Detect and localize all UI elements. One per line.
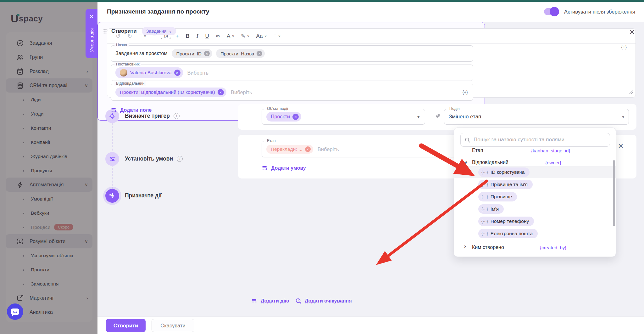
cancel-button[interactable]: Скасувати — [152, 319, 194, 332]
insert-variable-token[interactable]: {+} — [621, 44, 627, 49]
resize-handle[interactable] — [629, 90, 633, 95]
activate-toggle-label: Активувати після збереження — [564, 9, 635, 15]
chevron-down-icon: ∨ — [232, 34, 234, 38]
sidebar: Uspacy Завдання Групи Розклад› CRM та пр… — [0, 2, 97, 334]
chevron-right-icon: › — [464, 243, 466, 250]
dropdown-row-firstname[interactable]: {···}Ім'я — [454, 203, 616, 215]
variable-token-icon: {···} — [481, 219, 488, 224]
text-color-icon[interactable]: A — [227, 33, 230, 39]
dropdown-row-fullname[interactable]: {···}Прізвище та ім'я — [454, 179, 616, 190]
create-button[interactable]: Створити — [106, 319, 146, 332]
link-icon[interactable]: ∞ — [216, 33, 220, 39]
user-chip[interactable]: Valeriia Bashkirova× — [115, 67, 183, 78]
remove-chip-icon[interactable]: × — [204, 51, 210, 56]
author-placeholder: Виберіть — [187, 70, 209, 76]
underline-icon[interactable]: U — [205, 33, 209, 39]
stage-label: Етап — [265, 139, 277, 143]
stage-chip[interactable]: Переклади: ...× — [266, 145, 313, 154]
modal-footer: Створити Скасувати — [97, 316, 644, 334]
variable-token-icon: {···} — [481, 170, 488, 174]
event-label: Подія — [448, 106, 461, 111]
variable-chip[interactable]: Проєкти: Відповідальний (ID користувача)… — [115, 88, 226, 97]
trigger-card: Об'єкт події Проєкти× ▼ Подія Змінено ет… — [238, 104, 636, 130]
object-chip[interactable]: Проєкти× — [266, 112, 301, 122]
top-accent-bar — [0, 0, 644, 2]
variable-name: {created_by} — [540, 245, 566, 250]
action-type-chip[interactable]: Завдання∨ — [142, 27, 176, 35]
link-fields-icon — [435, 113, 441, 120]
dropdown-row-created-by[interactable]: ›Ким створено{created_by} — [454, 242, 616, 253]
event-object-field[interactable]: Об'єкт події Проєкти× ▼ — [262, 109, 425, 125]
variable-token-icon: {···} — [481, 195, 488, 199]
add-action-link[interactable]: Додати дію — [251, 298, 289, 304]
responsible-label: Відповідальний — [114, 81, 146, 86]
dropdown-row-phone[interactable]: {···}Номер телефону — [454, 216, 616, 227]
dropdown-arrow-icon[interactable]: ▾ — [622, 115, 624, 119]
event-object-label: Об'єкт події — [265, 106, 290, 111]
responsible-field[interactable]: Відповідальний Проєкти: Відповідальний (… — [111, 84, 473, 101]
remove-chip-icon[interactable]: × — [292, 114, 299, 120]
italic-icon[interactable]: I — [197, 33, 198, 39]
search-input[interactable] — [474, 137, 606, 143]
chat-widget-button[interactable] — [7, 303, 23, 320]
activate-toggle[interactable] — [544, 8, 558, 15]
highlight-color-icon[interactable]: ✎ — [241, 33, 245, 39]
conditions-step-icon — [105, 152, 119, 166]
info-icon[interactable]: i — [177, 156, 183, 162]
chevron-down-icon: ∨ — [264, 34, 267, 38]
modal-header: Призначення завдання по проєкту Активува… — [97, 2, 644, 22]
modal-dim-overlay — [0, 2, 97, 334]
task-name-label: Назва — [114, 43, 129, 47]
task-name-text: Завдання за проєктом — [115, 51, 167, 56]
remove-chip-icon[interactable]: × — [305, 146, 311, 152]
info-icon[interactable]: i — [174, 113, 180, 119]
variable-token-icon: {···} — [481, 231, 488, 236]
search-icon — [464, 137, 470, 143]
close-icon[interactable]: × — [86, 13, 97, 20]
variable-chip[interactable]: Проєкти: ID× — [172, 49, 212, 58]
remove-chip-icon[interactable]: × — [257, 51, 262, 56]
variable-token-icon: {···} — [481, 182, 488, 187]
add-wait-link[interactable]: Додати очікування — [295, 298, 352, 304]
actions-step-icon — [105, 189, 119, 203]
bold-icon[interactable]: B — [186, 33, 190, 39]
remove-chip-icon[interactable]: × — [174, 70, 180, 76]
drag-handle-icon[interactable] — [103, 28, 107, 34]
conditions-step-label: Установіть умовиi — [125, 156, 183, 162]
dropdown-row-user-id[interactable]: {···}ID користувача — [454, 167, 616, 178]
chevron-down-icon: ∨ — [464, 160, 468, 165]
page-title: Призначення завдання по проєкту — [107, 8, 209, 15]
remove-chip-icon[interactable]: × — [218, 89, 224, 95]
condition-tab-label: Умовна дія — [86, 25, 97, 56]
author-field[interactable]: Постановник Valeriia Bashkirova× Виберіт… — [111, 65, 473, 81]
chevron-down-icon: ∨ — [247, 34, 250, 38]
actions-step-label: Призначте дії — [125, 192, 162, 199]
insert-variable-token[interactable]: {+} — [462, 90, 468, 95]
chat-bubble-icon — [11, 309, 19, 315]
dropdown-row-lastname[interactable]: {···}Прізвище — [454, 191, 616, 202]
add-condition-link[interactable]: Додати умову — [262, 165, 306, 171]
task-name-field[interactable]: Назва Завдання за проєктом Проєкти: ID× … — [111, 45, 473, 62]
field-picker-dropdown: Етап{kanban_stage_id} ∨Відповідальний{ow… — [454, 127, 616, 257]
dropdown-scrollbar[interactable] — [613, 160, 615, 226]
variable-name: {kanban_stage_id} — [531, 148, 570, 153]
text-case-icon[interactable]: Aa — [256, 33, 263, 39]
variable-chip[interactable]: Проєкти: Назва× — [216, 49, 265, 58]
add-field-link[interactable]: Додати поле — [111, 107, 152, 113]
event-field[interactable]: Подія Змінено етап ▾ — [444, 109, 629, 125]
responsible-placeholder: Виберіть — [231, 89, 252, 95]
dropdown-row-stage[interactable]: Етап{kanban_stage_id} — [454, 145, 616, 156]
condition-action-tab[interactable]: × Умовна дія — [86, 9, 97, 58]
stage-placeholder: Виберіть — [318, 146, 339, 152]
toggle-knob — [550, 7, 559, 16]
align-icon[interactable]: ≡ — [273, 33, 276, 39]
event-value: Змінено етап — [449, 114, 481, 120]
variable-name: {owner} — [545, 160, 561, 165]
dropdown-arrow-icon[interactable]: ▼ — [416, 115, 420, 119]
font-size-increase-icon[interactable]: + — [176, 33, 179, 39]
close-action-icon[interactable]: × — [630, 28, 635, 37]
chevron-down-icon: ∨ — [169, 30, 172, 33]
trigger-step-label: Визначте тригерi — [125, 113, 180, 119]
dropdown-row-email[interactable]: {···}Електронна пошта — [454, 228, 616, 239]
close-conditions-icon[interactable]: × — [618, 142, 623, 150]
